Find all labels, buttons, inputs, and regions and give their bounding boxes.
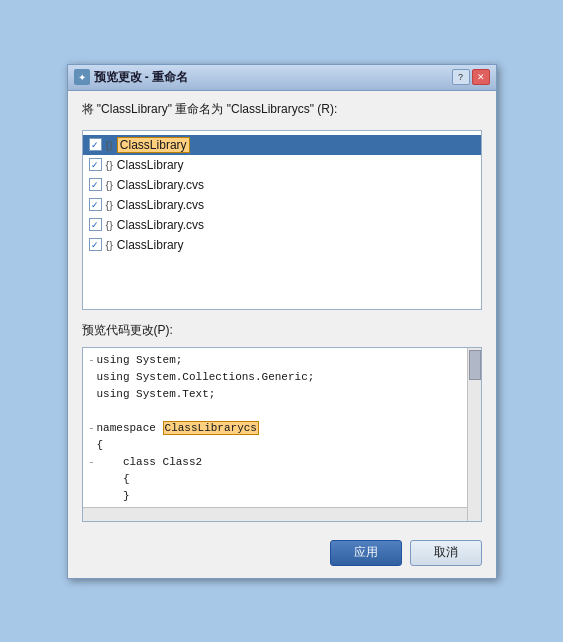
horizontal-scrollbar[interactable] — [83, 507, 467, 521]
vertical-scrollbar[interactable] — [467, 348, 481, 521]
item-icon-5: {} — [106, 219, 113, 231]
tree-indicator — [89, 488, 95, 505]
code-content: -using System; using System.Collections.… — [83, 348, 481, 522]
close-button[interactable]: ✕ — [472, 69, 490, 85]
title-bar-left: ✦ 预览更改 - 重命名 — [74, 69, 189, 86]
apply-button[interactable]: 应用 — [330, 540, 402, 566]
item-icon-6: {} — [106, 239, 113, 251]
code-text: { — [97, 471, 130, 488]
tree-indicator — [89, 471, 95, 488]
rename-dialog: ✦ 预览更改 - 重命名 ? ✕ 将 "ClassLibrary" 重命名为 "… — [67, 64, 497, 579]
code-line: -using System; — [89, 352, 475, 369]
checkbox-2[interactable]: ✓ — [89, 158, 102, 171]
tree-indicator — [89, 437, 95, 454]
code-text: class Class2 — [97, 454, 203, 471]
tree-indicator — [89, 386, 95, 403]
help-button[interactable]: ? — [452, 69, 470, 85]
code-line: } — [89, 488, 475, 505]
code-line: { — [89, 471, 475, 488]
tree-item[interactable]: ✓ {} ClassLibrary — [83, 235, 481, 255]
item-text-1: ClassLibrary — [117, 138, 190, 152]
code-text: using System; — [97, 352, 183, 369]
tree-indicator: - — [89, 454, 95, 471]
tree-item[interactable]: ✓ {} ClassLibrary — [83, 135, 481, 155]
checkbox-6[interactable]: ✓ — [89, 238, 102, 251]
header-label: 将 "ClassLibrary" 重命名为 "ClassLibrarycs" (… — [82, 101, 482, 118]
code-text: using System.Collections.Generic; — [97, 369, 315, 386]
code-panel[interactable]: -using System; using System.Collections.… — [82, 347, 482, 522]
code-line: -namespace ClassLibrarycs — [89, 420, 475, 437]
code-text: namespace ClassLibrarycs — [97, 420, 259, 437]
namespace-highlight: ClassLibrarycs — [163, 421, 259, 435]
dialog-icon: ✦ — [74, 69, 90, 85]
tree-item[interactable]: ✓ {} ClassLibrary.cvs — [83, 195, 481, 215]
item-icon-1: {} — [106, 139, 113, 151]
code-line: using System.Collections.Generic; — [89, 369, 475, 386]
checkbox-5[interactable]: ✓ — [89, 218, 102, 231]
code-line: using System.Text; — [89, 386, 475, 403]
tree-item[interactable]: ✓ {} ClassLibrary — [83, 155, 481, 175]
tree-item[interactable]: ✓ {} ClassLibrary.cvs — [83, 175, 481, 195]
item-icon-3: {} — [106, 179, 113, 191]
dialog-title: 预览更改 - 重命名 — [94, 69, 189, 86]
title-bar: ✦ 预览更改 - 重命名 ? ✕ — [68, 65, 496, 91]
code-line: - class Class2 — [89, 454, 475, 471]
tree-indicator — [89, 403, 95, 420]
title-controls: ? ✕ — [452, 69, 490, 85]
tree-indicator: - — [89, 420, 95, 437]
code-line: { — [89, 437, 475, 454]
code-text: { — [97, 437, 104, 454]
item-text-4: ClassLibrary.cvs — [117, 198, 204, 212]
code-text: using System.Text; — [97, 386, 216, 403]
tree-indicator — [89, 369, 95, 386]
item-text-6: ClassLibrary — [117, 238, 184, 252]
checkbox-1[interactable]: ✓ — [89, 138, 102, 151]
item-text-2: ClassLibrary — [117, 158, 184, 172]
checkbox-4[interactable]: ✓ — [89, 198, 102, 211]
tree-panel[interactable]: ✓ {} ClassLibrary ✓ {} ClassLibrary ✓ {}… — [82, 130, 482, 310]
tree-item[interactable]: ✓ {} ClassLibrary.cvs — [83, 215, 481, 235]
code-label: 预览代码更改(P): — [82, 322, 482, 339]
dialog-body: 将 "ClassLibrary" 重命名为 "ClassLibrarycs" (… — [68, 91, 496, 532]
checkbox-3[interactable]: ✓ — [89, 178, 102, 191]
tree-indicator: - — [89, 352, 95, 369]
scrollbar-thumb[interactable] — [469, 350, 481, 380]
code-line — [89, 403, 475, 420]
button-row: 应用 取消 — [68, 532, 496, 578]
item-text-5: ClassLibrary.cvs — [117, 218, 204, 232]
item-icon-4: {} — [106, 199, 113, 211]
item-text-3: ClassLibrary.cvs — [117, 178, 204, 192]
code-text: } — [97, 488, 130, 505]
cancel-button[interactable]: 取消 — [410, 540, 482, 566]
item-icon-2: {} — [106, 159, 113, 171]
